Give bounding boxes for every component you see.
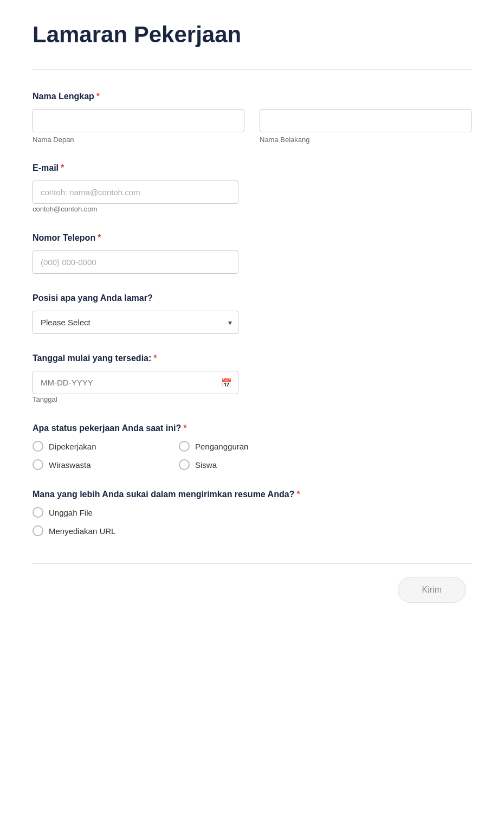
nama-belakang-hint: Nama Belakang bbox=[260, 136, 471, 144]
nama-belakang-col: Nama Belakang bbox=[260, 109, 471, 144]
radio-circle-url bbox=[33, 525, 43, 536]
email-hint: contoh@contoh.com bbox=[33, 205, 97, 213]
radio-label-pengangguran: Pengangguran bbox=[195, 442, 248, 451]
radio-label-dipekerjakan: Dipekerjakan bbox=[49, 442, 96, 451]
radio-label-siswa: Siswa bbox=[195, 460, 217, 470]
radio-circle-pengangguran bbox=[179, 441, 190, 452]
name-row: Nama Depan Nama Belakang bbox=[33, 109, 471, 144]
radio-label-url: Menyediakan URL bbox=[49, 526, 115, 536]
nama-lengkap-label: Nama Lengkap * bbox=[33, 92, 471, 101]
posisi-section: Posisi apa yang Anda lamar? Please Selec… bbox=[33, 293, 471, 334]
required-indicator: * bbox=[98, 233, 101, 243]
required-indicator: * bbox=[296, 490, 300, 499]
email-section: E-mail * contoh@contoh.com bbox=[33, 163, 471, 214]
tanggal-label: Tanggal mulai yang tersedia: * bbox=[33, 354, 471, 363]
header-divider bbox=[33, 69, 471, 70]
posisi-select-wrapper: Please Select Manager Staff Engineer Des… bbox=[33, 311, 238, 334]
radio-label-upload: Unggah File bbox=[49, 508, 93, 517]
status-pekerjaan-options: Dipekerjakan Pengangguran Wiraswasta Sis… bbox=[33, 441, 303, 470]
nama-depan-hint: Nama Depan bbox=[33, 136, 244, 144]
required-indicator: * bbox=[153, 354, 157, 363]
status-pekerjaan-section: Apa status pekerjaan Anda saat ini? * Di… bbox=[33, 423, 471, 470]
radio-pengangguran[interactable]: Pengangguran bbox=[179, 441, 303, 452]
nama-depan-col: Nama Depan bbox=[33, 109, 244, 144]
resume-options: Unggah File Menyediakan URL bbox=[33, 507, 471, 536]
radio-url[interactable]: Menyediakan URL bbox=[33, 525, 471, 536]
posisi-label: Posisi apa yang Anda lamar? bbox=[33, 293, 471, 303]
tanggal-input-wrapper: 📅 bbox=[33, 371, 238, 394]
tanggal-input[interactable] bbox=[33, 371, 238, 394]
radio-siswa[interactable]: Siswa bbox=[179, 459, 303, 470]
nama-depan-input[interactable] bbox=[33, 109, 244, 132]
radio-circle-wiraswasta bbox=[33, 459, 43, 470]
radio-circle-siswa bbox=[179, 459, 190, 470]
phone-input-wrapper bbox=[33, 250, 238, 274]
required-indicator: * bbox=[61, 163, 64, 173]
tanggal-hint: Tanggal bbox=[33, 395, 57, 403]
nomor-telepon-input[interactable] bbox=[33, 250, 238, 274]
radio-upload-file[interactable]: Unggah File bbox=[33, 507, 471, 518]
radio-dipekerjakan[interactable]: Dipekerjakan bbox=[33, 441, 157, 452]
status-pekerjaan-label: Apa status pekerjaan Anda saat ini? * bbox=[33, 423, 471, 433]
posisi-select[interactable]: Please Select Manager Staff Engineer Des… bbox=[33, 311, 238, 334]
nama-lengkap-section: Nama Lengkap * Nama Depan Nama Belakang bbox=[33, 92, 471, 144]
email-input-wrapper bbox=[33, 181, 238, 204]
nama-belakang-input[interactable] bbox=[260, 109, 471, 132]
resume-label: Mana yang lebih Anda sukai dalam mengiri… bbox=[33, 490, 471, 499]
resume-section: Mana yang lebih Anda sukai dalam mengiri… bbox=[33, 490, 471, 536]
page-title: Lamaran Pekerjaan bbox=[33, 22, 471, 48]
footer-divider bbox=[33, 563, 471, 564]
radio-circle-dipekerjakan bbox=[33, 441, 43, 452]
email-label: E-mail * bbox=[33, 163, 471, 173]
radio-circle-upload bbox=[33, 507, 43, 518]
nomor-telepon-label: Nomor Telepon * bbox=[33, 233, 471, 243]
required-indicator: * bbox=[183, 423, 186, 433]
radio-wiraswasta[interactable]: Wiraswasta bbox=[33, 459, 157, 470]
radio-label-wiraswasta: Wiraswasta bbox=[49, 460, 91, 470]
required-indicator: * bbox=[96, 92, 100, 101]
tanggal-section: Tanggal mulai yang tersedia: * 📅 Tanggal bbox=[33, 354, 471, 404]
submit-button[interactable]: Kirim bbox=[398, 577, 466, 603]
nomor-telepon-section: Nomor Telepon * bbox=[33, 233, 471, 274]
submit-row: Kirim bbox=[33, 577, 471, 603]
email-input[interactable] bbox=[33, 181, 238, 204]
